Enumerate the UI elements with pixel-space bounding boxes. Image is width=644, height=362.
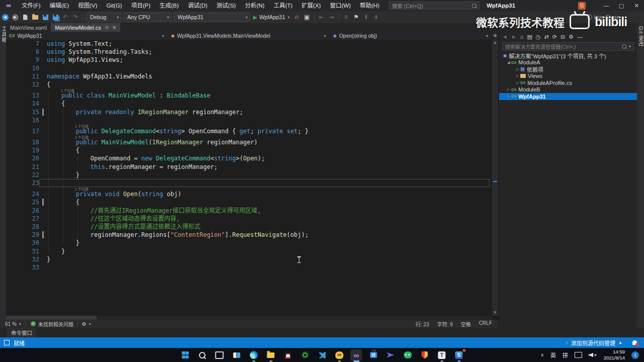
code-line[interactable]: 17 public DelegateCommand<string> OpenCo… <box>6 127 492 135</box>
configuration-dropdown[interactable]: Debug▾ <box>86 13 121 22</box>
split-editor-handle[interactable]: ✥ <box>492 32 498 40</box>
notifications-bell-icon[interactable] <box>632 340 637 345</box>
collapsed-arrow-icon[interactable]: ▷ <box>515 74 520 78</box>
menu-窗口[interactable]: 窗口(W) <box>326 0 356 11</box>
indent-increase-button[interactable]: ⇥ <box>327 13 337 22</box>
pending-changes-filter-icon[interactable]: ◷ <box>536 34 541 40</box>
close-icon[interactable]: ✕ <box>112 25 116 30</box>
qq-icon[interactable] <box>282 349 294 361</box>
maximize-button[interactable]: ▢ <box>614 0 629 11</box>
add-to-source-control-button[interactable]: 添加到源代码管理 <box>571 339 615 347</box>
bookmark-prev-button[interactable]: ⇞ <box>361 13 371 22</box>
tree-root-solution[interactable]: ▣解决方案"WpfApp31"(3 个项目, 共 3 个) <box>499 52 637 59</box>
switch-views-icon[interactable]: ▤ <box>527 34 532 40</box>
solution-explorer-search-box[interactable]: 搜索解决方案资源管理器(Ctrl+;) ▾ <box>502 42 634 51</box>
breadcrumb-project-dropdown[interactable]: C# WpfApp31 ▾ <box>6 32 168 40</box>
save-all-button[interactable] <box>50 13 60 22</box>
volume-muted-icon[interactable]: ✕ <box>589 353 597 357</box>
minimize-button[interactable]: — <box>599 0 614 11</box>
bookmark-button[interactable]: ⚑ <box>351 13 361 22</box>
close-button[interactable]: ✕ <box>629 0 644 11</box>
properties-icon[interactable]: ⚙ <box>569 34 574 40</box>
tree-item-ModuleA[interactable]: ◢C#ModuleA <box>499 59 637 66</box>
redo-button[interactable]: ↷ <box>70 13 80 22</box>
menu-Git[interactable]: Git(G) <box>102 0 126 11</box>
menu-扩展[interactable]: 扩展(X) <box>297 0 325 11</box>
collapse-all-icon[interactable]: ⊟ <box>560 34 565 40</box>
save-button[interactable] <box>40 13 50 22</box>
scrollbar-thumb[interactable] <box>6 316 97 320</box>
ime-language-indicator[interactable]: 英 <box>550 351 556 359</box>
code-line[interactable]: 18 public MainViewModel(IRegionManager r… <box>6 138 492 146</box>
spaces-indicator[interactable]: 空格 <box>461 320 471 328</box>
code-line[interactable]: 10 <box>6 64 492 72</box>
code-editor[interactable]: 7using System.Text;8using System.Threadi… <box>6 40 492 316</box>
yellow-app-icon[interactable] <box>334 349 345 361</box>
menu-调试[interactable]: 调试(D) <box>183 0 212 11</box>
tree-item-Views[interactable]: ▷Views <box>499 73 637 80</box>
startup-project-dropdown[interactable]: WpfApp31▾ <box>174 13 250 22</box>
code-line[interactable]: 29 regionManager.Regions["ContentRegion"… <box>6 231 492 239</box>
new-file-button[interactable] <box>20 13 30 22</box>
navigate-back-button[interactable]: ◄ <box>0 13 10 22</box>
bookmark-next-button[interactable]: ⇟ <box>371 13 381 22</box>
code-line[interactable]: 11namespace WpfApp31.ViewModels <box>6 72 492 80</box>
live-share-button[interactable]: Live Share ▾ <box>587 14 624 20</box>
undo-button[interactable]: ↶ <box>60 13 70 22</box>
file-explorer-icon[interactable] <box>265 349 277 361</box>
wechat-icon[interactable] <box>402 349 414 361</box>
collapsed-arrow-icon[interactable]: ▷ <box>515 81 520 85</box>
code-line[interactable]: 28 //设置内容得方式是通过依赖注入得形式 <box>6 223 492 231</box>
tree-item-依赖项[interactable]: ▷⛓依赖项 <box>499 66 637 73</box>
preview-selected-icon[interactable]: — <box>577 34 583 40</box>
menu-工具[interactable]: 工具(T) <box>269 0 297 11</box>
tab-MainViewModel.cs[interactable]: MainViewModel.cs⊙✕ <box>51 23 120 32</box>
comment-button[interactable]: ≡ <box>341 13 351 22</box>
sync-with-active-document-icon[interactable]: ⇄ <box>544 34 548 40</box>
column-indicator[interactable]: 字符: 9 <box>437 320 453 328</box>
code-line[interactable]: 8using System.Threading.Tasks; <box>6 48 492 56</box>
health-status-label[interactable]: 未找到相关问题 <box>38 320 73 328</box>
code-line[interactable]: 20 OpenCommand = new DelegateCommand<str… <box>6 154 492 162</box>
code-line[interactable]: 23 <box>6 179 492 187</box>
code-line[interactable]: 7using System.Text; <box>6 40 492 48</box>
ime-pinyin-indicator[interactable]: 拼 <box>562 351 568 359</box>
arrow-app-icon[interactable] <box>385 349 396 361</box>
search-icon[interactable] <box>197 349 208 361</box>
split-panes-app-icon[interactable] <box>231 349 243 361</box>
code-line[interactable]: 16 <box>6 116 492 124</box>
command-window-tab[interactable]: 命令窗口 <box>7 328 36 337</box>
start-debugging-button[interactable]: ▶ WpfApp31 ▾ <box>253 14 290 21</box>
zoom-level-dropdown[interactable]: 61 % <box>5 321 17 327</box>
quick-search-box[interactable]: 搜索 (Ctrl+Q) <box>389 2 479 10</box>
tree-item-ModuleB[interactable]: ▷C#ModuleB <box>499 86 637 94</box>
menu-分析[interactable]: 分析(N) <box>240 0 269 11</box>
menu-生成[interactable]: 生成(B) <box>155 0 183 11</box>
collapsed-arrow-icon[interactable]: ▷ <box>506 87 511 92</box>
navigate-forward-button[interactable]: ► <box>10 13 20 22</box>
pin-icon[interactable]: ⊙ <box>105 25 109 30</box>
open-file-button[interactable] <box>30 13 40 22</box>
code-line[interactable]: 21 this.regionManager = regionManager; <box>6 163 492 171</box>
edge-icon[interactable] <box>248 349 260 361</box>
code-line[interactable]: 13 public class MainViewModel : Bindable… <box>6 92 492 100</box>
hot-reload-button[interactable]: 🔥︎ <box>292 13 302 22</box>
code-cleanup-icon[interactable]: ⚙ <box>82 321 87 327</box>
breadcrumb-type-dropdown[interactable]: ◆ WpfApp31.ViewModels.MainViewModel ▾ <box>168 32 330 40</box>
typora-icon[interactable]: T <box>436 349 448 361</box>
line-ending-indicator[interactable]: CRLF <box>479 320 492 328</box>
security-shield-icon[interactable] <box>419 349 431 361</box>
indent-decrease-button[interactable]: ⇤ <box>316 13 327 22</box>
preview-button[interactable]: ▣ <box>302 13 312 22</box>
s-app-icon[interactable]: S <box>453 349 465 361</box>
task-view-icon[interactable] <box>214 349 225 361</box>
collapsed-arrow-icon[interactable]: ▷ <box>515 67 520 71</box>
collapsed-arrow-icon[interactable]: ▷ <box>506 95 511 99</box>
tree-item-ModuleAProfile.cs[interactable]: ▷C#ModuleAProfile.cs <box>499 79 637 86</box>
display-cast-icon[interactable] <box>575 352 582 358</box>
background-tasks-icon[interactable] <box>4 340 10 345</box>
platform-dropdown[interactable]: Any CPU▾ <box>123 13 172 22</box>
tree-item-WpfApp31[interactable]: ▷C#WpfApp31 <box>499 93 637 100</box>
menu-编辑[interactable]: 编辑(E) <box>45 0 73 11</box>
code-line[interactable]: 26 //首先通过IRegionManager接口获取当全局定义得可用区域, <box>6 207 492 215</box>
